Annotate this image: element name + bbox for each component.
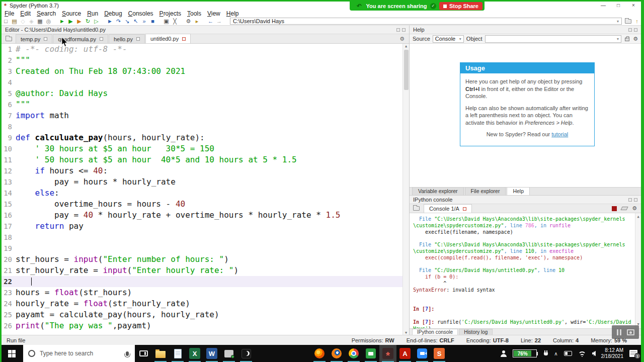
menu-search[interactable]: Search xyxy=(34,10,59,17)
pane-options-icon[interactable] xyxy=(634,198,637,202)
chrome-icon[interactable] xyxy=(345,345,362,362)
close-tab-icon[interactable] xyxy=(44,37,47,41)
browse-tabs-icon[interactable] xyxy=(413,206,420,211)
step-return-icon[interactable]: ↖ xyxy=(131,18,140,25)
server-icon[interactable] xyxy=(220,345,237,362)
python-path-manager-icon[interactable]: ▸ xyxy=(193,18,201,25)
working-directory-combobox[interactable]: C:\Users\David Hays ▾ xyxy=(230,18,622,25)
interrupt-kernel-icon[interactable] xyxy=(612,206,617,211)
tab-help[interactable]: Help xyxy=(507,187,530,195)
re-run-cell-icon[interactable]: ↻ xyxy=(84,18,92,25)
lock-icon[interactable] xyxy=(625,38,629,41)
scroll-up-icon[interactable]: ▲ xyxy=(635,214,641,220)
zoom-icon[interactable] xyxy=(414,345,431,362)
start-button[interactable] xyxy=(0,345,23,362)
pane-undock-icon[interactable] xyxy=(396,28,400,32)
battery-tray-icon[interactable] xyxy=(564,351,572,356)
menu-debug[interactable]: Debug xyxy=(101,10,125,17)
save-all-icon[interactable]: ◈ xyxy=(27,18,36,25)
stop-debugging-icon[interactable]: ■ xyxy=(148,18,157,25)
menu-consoles[interactable]: Consoles xyxy=(125,10,156,17)
spyder-icon[interactable]: * xyxy=(379,345,396,362)
taskbar-clock[interactable]: 8:12 AM 2/18/2021 xyxy=(601,347,624,359)
source-select[interactable]: Console ▾ xyxy=(433,35,464,43)
open-file-icon[interactable]: ▤ xyxy=(10,18,19,25)
action-center-icon[interactable]: 1 xyxy=(629,350,637,357)
pane-undock-icon[interactable] xyxy=(628,28,632,32)
wifi-icon[interactable] xyxy=(578,350,586,356)
browse-directory-icon[interactable] xyxy=(625,19,631,24)
stop-share-button[interactable]: Stop Share xyxy=(439,2,482,10)
close-tab-icon[interactable] xyxy=(136,37,140,41)
word-icon[interactable]: W xyxy=(203,345,220,362)
firefox-icon[interactable] xyxy=(311,345,328,362)
menu-file[interactable]: File xyxy=(2,10,17,17)
preferences-icon[interactable]: ⚙ xyxy=(184,18,193,25)
zoom-meeting-overlay[interactable] xyxy=(612,325,639,339)
debug-file-icon[interactable]: ► xyxy=(106,18,114,25)
show-hidden-icons-chevron[interactable]: ∧ xyxy=(554,351,557,356)
menu-tools[interactable]: Tools xyxy=(184,10,204,17)
object-combobox[interactable]: ▾ xyxy=(485,35,621,43)
back-icon[interactable]: ← xyxy=(206,18,215,25)
menu-run[interactable]: Run xyxy=(84,10,101,17)
new-file-icon[interactable]: □ xyxy=(2,18,10,25)
search-input[interactable] xyxy=(40,350,121,357)
console-output[interactable]: File "C:\Users\David Hays\Anaconda3\lib\… xyxy=(410,213,641,328)
close-tab-icon[interactable] xyxy=(463,207,466,211)
scroll-down-icon[interactable]: ▼ xyxy=(403,331,409,335)
menu-help[interactable]: Help xyxy=(223,10,242,17)
run-cell-icon[interactable]: ▶ xyxy=(66,18,75,25)
step-icon[interactable]: ↷ xyxy=(114,18,123,25)
people-tray-icon[interactable] xyxy=(501,350,507,357)
close-tab-icon[interactable] xyxy=(100,37,103,41)
editor-tab-temp.py[interactable]: temp.py xyxy=(16,34,52,43)
volume-icon[interactable]: ) xyxy=(592,351,595,356)
flexti-icon[interactable] xyxy=(362,345,379,362)
menu-edit[interactable]: Edit xyxy=(17,10,34,17)
file-switcher-icon[interactable]: ▦ xyxy=(36,18,44,25)
blender-icon[interactable] xyxy=(328,345,345,362)
continue-execution-icon[interactable]: » xyxy=(140,18,148,25)
help-options-gear-icon[interactable]: ⚙ xyxy=(633,36,638,42)
code-editor[interactable]: ▲ ▼ 1# -*- coding: utf-8 -*-2"""3Created… xyxy=(2,44,409,335)
fullscreen-icon[interactable]: ╳ xyxy=(171,18,179,25)
maximize-button[interactable]: □ xyxy=(611,2,626,10)
taskbar-search[interactable] xyxy=(23,345,135,362)
save-file-icon[interactable]: ◇ xyxy=(19,18,27,25)
acrobat-icon[interactable]: A xyxy=(396,345,414,362)
remove-variables-icon[interactable] xyxy=(620,207,628,210)
file-explorer-icon[interactable] xyxy=(152,345,169,362)
parent-directory-icon[interactable]: ↑ xyxy=(633,18,641,24)
menu-view[interactable]: View xyxy=(204,10,223,17)
step-into-icon[interactable]: ↘ xyxy=(123,18,131,25)
tutorial-link[interactable]: tutorial xyxy=(551,131,568,137)
run-cell-advance-icon[interactable]: ▶ xyxy=(75,18,84,25)
minimize-button[interactable]: — xyxy=(596,2,611,10)
console-tab[interactable]: Console 1/A xyxy=(424,204,472,213)
console-options-gear-icon[interactable]: ⚙ xyxy=(632,205,637,212)
participant-video-icon[interactable] xyxy=(627,329,634,335)
maximize-pane-icon[interactable]: ▣ xyxy=(162,18,171,25)
console-scrollbar[interactable]: ▲ ▼ xyxy=(635,213,641,328)
close-tab-icon[interactable] xyxy=(182,37,186,41)
pane-options-icon[interactable] xyxy=(634,28,637,32)
symbol-finder-icon[interactable]: ◎ xyxy=(44,18,53,25)
run-selection-icon[interactable]: ▷ xyxy=(92,18,101,25)
media-player-icon[interactable] xyxy=(237,345,255,362)
menu-projects[interactable]: Projects xyxy=(156,10,184,17)
editor-tab-untitled0.py[interactable]: untitled0.py xyxy=(145,34,191,43)
battery-indicator[interactable]: 76% xyxy=(513,349,538,357)
task-view-icon[interactable] xyxy=(135,345,152,362)
tab-file-explorer[interactable]: File explorer xyxy=(465,187,506,195)
forward-icon[interactable]: → xyxy=(215,18,223,25)
close-button[interactable]: × xyxy=(626,2,641,10)
sublime-icon[interactable]: S xyxy=(431,345,448,362)
pane-undock-icon[interactable] xyxy=(628,198,632,202)
power-plug-icon[interactable] xyxy=(544,350,548,356)
browse-tabs-icon[interactable] xyxy=(6,37,12,41)
microphone-icon[interactable] xyxy=(126,351,129,356)
tab-variable-explorer[interactable]: Variable explorer xyxy=(412,187,464,195)
excel-icon[interactable]: X xyxy=(186,345,203,362)
notepad-icon[interactable] xyxy=(169,345,186,362)
